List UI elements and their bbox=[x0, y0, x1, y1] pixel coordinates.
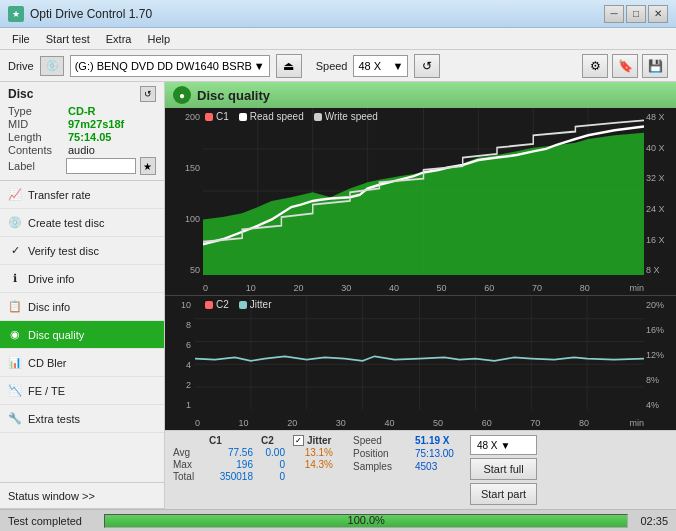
x-tick: 0 bbox=[203, 283, 208, 293]
fe-te-icon: 📉 bbox=[8, 384, 22, 398]
speed-selector[interactable]: 48 X ▼ bbox=[353, 55, 408, 77]
x-tick: 80 bbox=[580, 283, 590, 293]
disc-label-button[interactable]: ★ bbox=[140, 157, 156, 175]
total-label: Total bbox=[173, 471, 201, 482]
y-tick: 8 bbox=[186, 320, 191, 330]
title-bar: ★ Opti Drive Control 1.70 ─ □ ✕ bbox=[0, 0, 676, 28]
save-button[interactable]: 💾 bbox=[642, 54, 668, 78]
sidebar-item-create-test-disc[interactable]: 💿 Create test disc bbox=[0, 209, 164, 237]
x-unit: min bbox=[629, 418, 644, 428]
charts-container: C1 Read speed Write speed 200 150 bbox=[165, 108, 676, 430]
sidebar: Disc ↺ Type CD-R MID 97m27s18f Length 75… bbox=[0, 82, 165, 509]
legend-c2-label: C2 bbox=[216, 299, 229, 310]
sidebar-item-drive-info[interactable]: ℹ Drive info bbox=[0, 265, 164, 293]
jitter-checkbox-container[interactable]: ✓ Jitter bbox=[293, 435, 331, 446]
sidebar-item-disc-info[interactable]: 📋 Disc info bbox=[0, 293, 164, 321]
x-tick: 0 bbox=[195, 418, 200, 428]
sidebar-item-disc-quality[interactable]: ◉ Disc quality bbox=[0, 321, 164, 349]
legend-jitter: Jitter bbox=[239, 299, 272, 310]
disc-contents-key: Contents bbox=[8, 144, 68, 156]
progress-bar-container: Test completed 100.0% 02:35 bbox=[0, 509, 676, 531]
cd-bler-icon: 📊 bbox=[8, 356, 22, 370]
disc-type-value: CD-R bbox=[68, 105, 96, 117]
x-tick: 20 bbox=[287, 418, 297, 428]
settings-button[interactable]: ⚙ bbox=[582, 54, 608, 78]
chart-top-svg bbox=[203, 108, 644, 275]
sidebar-item-label: Drive info bbox=[28, 273, 74, 285]
menu-extra[interactable]: Extra bbox=[98, 31, 140, 47]
x-tick: 70 bbox=[532, 283, 542, 293]
x-tick: 10 bbox=[239, 418, 249, 428]
speed-info-value: 51.19 X bbox=[415, 435, 449, 446]
x-tick: 60 bbox=[482, 418, 492, 428]
chart-bottom-x-axis: 0 10 20 30 40 50 60 70 80 min bbox=[195, 418, 644, 428]
stats-c2-header: C2 bbox=[261, 435, 285, 446]
speed-select-arrow: ▼ bbox=[501, 440, 511, 451]
refresh-button[interactable]: ↺ bbox=[414, 54, 440, 78]
legend-c1-label: C1 bbox=[216, 111, 229, 122]
sidebar-item-label: Disc quality bbox=[28, 329, 84, 341]
y-tick-right: 12% bbox=[646, 350, 664, 360]
disc-length-key: Length bbox=[8, 131, 68, 143]
minimize-button[interactable]: ─ bbox=[604, 5, 624, 23]
jitter-checkbox[interactable]: ✓ bbox=[293, 435, 304, 446]
progress-track: 100.0% bbox=[104, 514, 628, 528]
speed-info-panel: Speed 51.19 X Position 75:13.00 Samples … bbox=[353, 435, 454, 472]
chart-bottom-y-axis-right: 20% 16% 12% 8% 4% bbox=[644, 296, 676, 410]
position-value: 75:13.00 bbox=[415, 448, 454, 459]
chart-top-y-axis-left: 200 150 100 50 bbox=[165, 108, 203, 275]
sidebar-item-label: Create test disc bbox=[28, 217, 104, 229]
legend-write-speed: Write speed bbox=[314, 111, 378, 122]
status-section: Status window >> bbox=[0, 482, 164, 509]
legend-read-speed: Read speed bbox=[239, 111, 304, 122]
disc-quality-header: ● Disc quality bbox=[165, 82, 676, 108]
status-window-button[interactable]: Status window >> bbox=[0, 483, 164, 509]
chart-top-legend: C1 Read speed Write speed bbox=[205, 111, 378, 122]
menu-file[interactable]: File bbox=[4, 31, 38, 47]
sidebar-item-fe-te[interactable]: 📉 FE / TE bbox=[0, 377, 164, 405]
speed-dropdown-arrow: ▼ bbox=[392, 60, 403, 72]
speed-select-button[interactable]: 48 X ▼ bbox=[470, 435, 537, 455]
legend-c1: C1 bbox=[205, 111, 229, 122]
stats-empty bbox=[173, 435, 201, 446]
menu-help[interactable]: Help bbox=[139, 31, 178, 47]
stats-c1-header: C1 bbox=[209, 435, 253, 446]
bookmark-button[interactable]: 🔖 bbox=[612, 54, 638, 78]
chart-bottom-legend: C2 Jitter bbox=[205, 299, 271, 310]
y-tick-right: 4% bbox=[646, 400, 659, 410]
y-tick-right: 16% bbox=[646, 325, 664, 335]
disc-section-label: Disc bbox=[8, 87, 33, 101]
drive-dropdown-arrow: ▼ bbox=[254, 60, 265, 72]
eject-button[interactable]: ⏏ bbox=[276, 54, 302, 78]
speed-value: 48 X bbox=[358, 60, 388, 72]
avg-label: Avg bbox=[173, 447, 201, 458]
y-tick-right: 40 X bbox=[646, 143, 665, 153]
avg-c1: 77.56 bbox=[209, 447, 253, 458]
disc-label-key: Label bbox=[8, 160, 62, 172]
sidebar-item-label: Disc info bbox=[28, 301, 70, 313]
disc-info-icon: 📋 bbox=[8, 300, 22, 314]
sidebar-item-verify-test-disc[interactable]: ✓ Verify test disc bbox=[0, 237, 164, 265]
close-button[interactable]: ✕ bbox=[648, 5, 668, 23]
start-part-button[interactable]: Start part bbox=[470, 483, 537, 505]
menu-start-test[interactable]: Start test bbox=[38, 31, 98, 47]
verify-test-disc-icon: ✓ bbox=[8, 244, 22, 258]
sidebar-item-transfer-rate[interactable]: 📈 Transfer rate bbox=[0, 181, 164, 209]
legend-c2: C2 bbox=[205, 299, 229, 310]
drive-selector[interactable]: (G:) BENQ DVD DD DW1640 BSRB ▼ bbox=[70, 55, 270, 77]
x-tick: 30 bbox=[341, 283, 351, 293]
disc-refresh-button[interactable]: ↺ bbox=[140, 86, 156, 102]
x-unit: min bbox=[629, 283, 644, 293]
sidebar-item-extra-tests[interactable]: 🔧 Extra tests bbox=[0, 405, 164, 433]
y-tick-right: 48 X bbox=[646, 112, 665, 122]
start-full-button[interactable]: Start full bbox=[470, 458, 537, 480]
nav-items: 📈 Transfer rate 💿 Create test disc ✓ Ver… bbox=[0, 181, 164, 482]
y-tick-right: 32 X bbox=[646, 173, 665, 183]
y-tick: 200 bbox=[185, 112, 200, 122]
sidebar-item-cd-bler[interactable]: 📊 CD Bler bbox=[0, 349, 164, 377]
maximize-button[interactable]: □ bbox=[626, 5, 646, 23]
content-area: ● Disc quality C1 Read speed bbox=[165, 82, 676, 509]
drive-label: Drive bbox=[8, 60, 34, 72]
y-tick: 6 bbox=[186, 340, 191, 350]
disc-label-input[interactable] bbox=[66, 158, 136, 174]
